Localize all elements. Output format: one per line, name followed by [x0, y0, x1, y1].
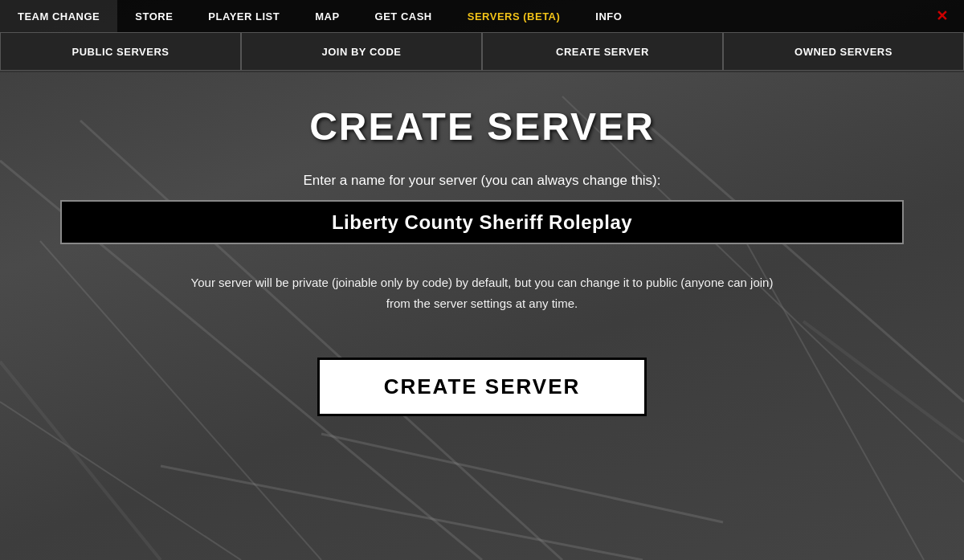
nav-item-team-change[interactable]: TEAM CHANGE — [0, 0, 117, 32]
nav-item-servers-beta[interactable]: SERVERS (BETA) — [450, 0, 578, 32]
nav-item-info[interactable]: INFO — [578, 0, 639, 32]
page-title: CREATE SERVER — [309, 104, 655, 149]
nav-item-get-cash[interactable]: GET CASH — [357, 0, 450, 32]
server-name-input[interactable] — [60, 200, 904, 244]
tab-join-by-code[interactable]: JOIN BY CODE — [241, 32, 482, 71]
tab-owned-servers[interactable]: OWNED SERVERS — [723, 32, 964, 71]
main-content: CREATE SERVER Enter a name for your serv… — [0, 72, 964, 560]
nav-item-player-list[interactable]: PLAYER LIST — [190, 0, 297, 32]
nav-item-map[interactable]: MAP — [297, 0, 357, 32]
tab-create-server[interactable]: CREATE SERVER — [482, 32, 723, 71]
create-server-button[interactable]: CREATE SERVER — [317, 358, 647, 416]
close-button[interactable]: ✕ — [920, 0, 964, 32]
top-navigation: TEAM CHANGE STORE PLAYER LIST MAP GET CA… — [0, 0, 964, 32]
tab-public-servers[interactable]: PUBLIC SERVERS — [0, 32, 241, 71]
tab-bar: PUBLIC SERVERS JOIN BY CODE CREATE SERVE… — [0, 32, 964, 72]
privacy-note: Your server will be private (joinable on… — [181, 272, 783, 313]
nav-item-store[interactable]: STORE — [117, 0, 190, 32]
input-label: Enter a name for your server (you can al… — [303, 173, 660, 189]
